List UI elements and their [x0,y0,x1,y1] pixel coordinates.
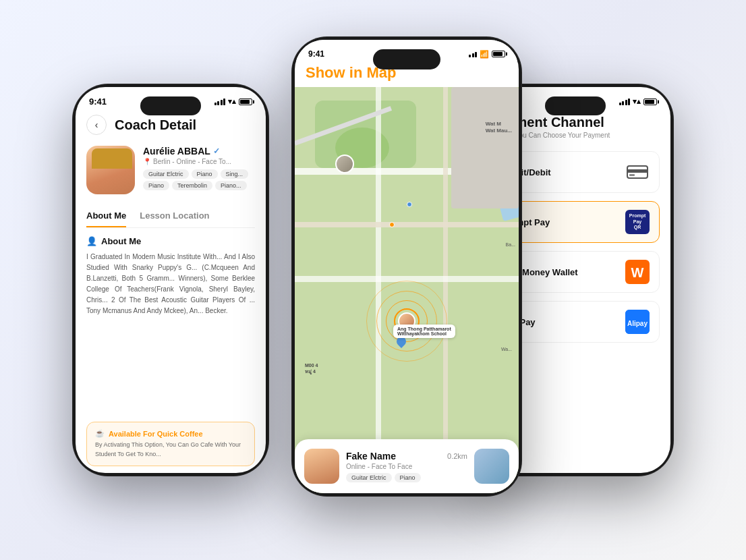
map-label-2: Ba... [506,242,515,247]
road-horizontal-2 [295,222,519,227]
wifi-icon-left: ▾▴ [228,97,236,106]
map-screen: 9:41 📶 Show in Map [295,40,519,493]
battery-icon-center [492,51,505,57]
tag-terembolin: Terembolin [172,181,212,190]
map-label-1: Wat MWat Mau... [486,121,512,135]
center-phone-screen: 9:41 📶 Show in Map [295,40,519,493]
dynamic-island-center [373,49,440,69]
center-phone: 9:41 📶 Show in Map [292,37,521,496]
dynamic-island-right [545,96,606,115]
map-card-name-row: Fake Name 0.2km [346,451,467,461]
left-phone: 9:41 ▾▴ ‹ Coach Detail [73,84,268,476]
left-phone-screen: 9:41 ▾▴ ‹ Coach Detail [76,87,266,473]
map-label-moo4: M00 4หมู่ 4 [305,363,318,375]
map-card: Fake Name 0.2km Online - Face To Face Gu… [295,439,519,493]
coach-location: 📍 Berlin - Online - Face To... [143,158,255,165]
battery-icon-left [239,99,252,105]
svg-rect-1 [627,169,648,173]
coffee-title: ☕ Available For Quick Coffee [95,429,246,438]
signal-icon-center [469,51,477,57]
tab-lesson-location[interactable]: Lesson Location [140,205,209,227]
signal-icon-right [619,99,631,105]
status-icons-left: ▾▴ [214,97,253,106]
status-icons-center: 📶 [469,50,505,59]
about-title: 👤 About Me [86,236,255,246]
svg-text:W: W [631,265,644,280]
school-label: Ang Thong PatthamarotWitthayakhom School [393,325,455,338]
map-card-info: Fake Name 0.2km Online - Face To Face Gu… [346,451,467,482]
map-card-tag-guitar: Guitar Elctric [346,473,392,482]
coach-screen: 9:41 ▾▴ ‹ Coach Detail [76,87,266,473]
about-icon: 👤 [86,236,97,246]
coach-profile: Aurélie ABBAL ✓ 📍 Berlin - Online - Face… [76,140,266,200]
about-text: I Graduated In Modern Music Institute Wi… [86,252,255,316]
about-section: 👤 About Me I Graduated In Modern Music I… [76,228,266,415]
tag-piano: Piano [192,169,218,179]
coffee-icon: ☕ [95,429,105,438]
map-card-avatar [304,449,339,484]
tags-row-2: Piano Terembolin Piano... [143,181,255,190]
verified-icon: ✓ [213,146,220,156]
wifi-icon-right: ▾▴ [633,97,641,106]
map-card-right-avatar [474,449,509,484]
coach-name: Aurélie ABBAL ✓ [143,146,255,157]
status-icons-right: ▾▴ [619,97,658,106]
dynamic-island-left [140,96,201,115]
battery-icon-right [643,99,657,105]
coach-avatar [86,146,135,194]
tags-row-1: Guitar Elctric Piano Sing... [143,169,255,179]
svg-rect-2 [629,174,635,176]
coach-info: Aurélie ABBAL ✓ 📍 Berlin - Online - Face… [143,146,255,192]
credit-card-icon [625,160,650,184]
marker-avatar-1 [335,155,354,173]
coach-detail-title: Coach Detail [115,117,196,133]
tabs-nav: About Me Lesson Location [86,205,255,228]
back-button[interactable]: ‹ [86,115,107,135]
tab-about-me[interactable]: About Me [86,205,126,227]
phones-container: 9:41 ▾▴ ‹ Coach Detail [36,17,710,543]
map-card-name: Fake Name [346,451,396,461]
tag-guitar: Guitar Elctric [143,169,189,179]
svg-text:Alipay: Alipay [627,320,648,327]
coffee-text: By Activating This Option, You Can Go Ca… [95,441,246,459]
location-pin-icon: 📍 [143,158,151,165]
promptpay-icon: PromptPayQR [625,210,650,234]
map-card-distance: 0.2km [447,452,467,460]
time-center: 9:41 [308,49,324,59]
wifi-icon-center: 📶 [480,50,489,59]
avatar-image [86,146,135,194]
map-card-sub: Online - Face To Face [346,463,467,470]
marker-dot-2 [407,202,412,207]
school-pin-container [397,337,406,346]
quick-coffee-card: ☕ Available For Quick Coffee By Activati… [86,422,255,466]
map-card-tag-piano: Piano [395,473,421,482]
time-left: 9:41 [89,96,107,107]
tag-piano2: Piano [143,181,169,190]
signal-icon-left [214,99,226,105]
alipay-icon: Alipay [625,310,650,334]
map-label-3: Wa... [501,347,512,352]
map-card-tags: Guitar Elctric Piano [346,473,467,482]
marker-dot-1 [389,222,395,227]
tag-sing: Sing... [221,169,249,179]
urban-area [451,87,519,208]
tag-piano3: Piano... [215,181,247,190]
truemoney-icon: W [625,260,650,284]
map-container[interactable]: Wat MWat Mau... Ba... Wa... M00 4หมู่ 4 … [295,87,519,493]
circles-container [366,281,447,362]
